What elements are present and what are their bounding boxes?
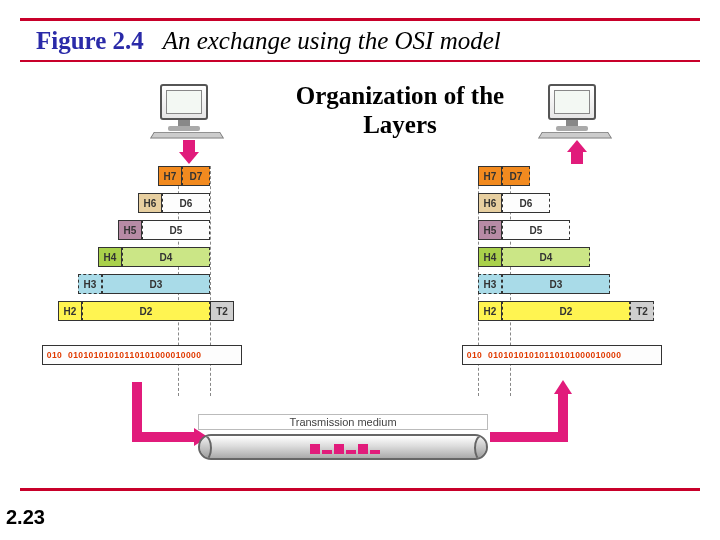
decapsulation-stack-right: H7 D7 H6 D6 H5 D5 H4 D4 H3 D3 H2 D2 T2 0… [430, 166, 710, 378]
page-number: 2.23 [6, 506, 45, 529]
layer2-row: H2 D2 T2 [430, 301, 710, 323]
rule-bottom [20, 488, 700, 491]
d4-cell: D4 [502, 247, 590, 267]
h6-cell: H6 [478, 193, 502, 213]
d6-cell: D6 [162, 193, 210, 213]
rule-top [20, 18, 700, 21]
h4-cell: H4 [478, 247, 502, 267]
h3-cell: H3 [78, 274, 102, 294]
h4-cell: H4 [98, 247, 122, 267]
layer5-row: H5 D5 [430, 220, 710, 242]
d6-cell: D6 [502, 193, 550, 213]
encapsulation-stack-left: H7 D7 H6 D6 H5 D5 H4 D4 H3 D3 H2 D2 T2 0… [50, 166, 330, 378]
d7-cell: D7 [502, 166, 530, 186]
figure-title: Figure 2.4 An exchange using the OSI mod… [36, 27, 501, 55]
transmission-medium-label: Transmission medium [198, 414, 488, 430]
arrow-down-icon [180, 140, 198, 164]
d4-cell: D4 [122, 247, 210, 267]
d2-cell: D2 [502, 301, 630, 321]
layer1-row: 010 01010101010110101000010000 [430, 345, 710, 373]
d5-cell: D5 [142, 220, 210, 240]
figure-caption: An exchange using the OSI model [163, 27, 501, 54]
d7-cell: D7 [182, 166, 210, 186]
figure-number: Figure 2.4 [36, 27, 144, 54]
computer-receiver-icon [540, 84, 610, 139]
h2-cell: H2 [58, 301, 82, 321]
t2-cell: T2 [210, 301, 234, 321]
arrow-path [490, 432, 568, 442]
d2-cell: D2 [82, 301, 210, 321]
bits-h-cell: 010 [462, 345, 486, 365]
layer6-row: H6 D6 [50, 193, 330, 215]
layer3-row: H3 D3 [50, 274, 330, 296]
layer3-row: H3 D3 [430, 274, 710, 296]
layer4-row: H4 D4 [50, 247, 330, 269]
layer7-row: H7 D7 [50, 166, 330, 188]
layer6-row: H6 D6 [430, 193, 710, 215]
t2-cell: T2 [630, 301, 654, 321]
bits-h-cell: 010 [42, 345, 66, 365]
h7-cell: H7 [158, 166, 182, 186]
bits-d-cell: 01010101010110101000010000 [66, 345, 242, 365]
d3-cell: D3 [102, 274, 210, 294]
layer4-row: H4 D4 [430, 247, 710, 269]
computer-sender-icon [152, 84, 222, 139]
h5-cell: H5 [478, 220, 502, 240]
arrow-up-icon [568, 140, 586, 164]
h6-cell: H6 [138, 193, 162, 213]
h3-cell: H3 [478, 274, 502, 294]
layer2-row: H2 D2 T2 [50, 301, 330, 323]
arrow-path [132, 432, 196, 442]
pipe-icon [198, 434, 488, 460]
layer1-row: 010 01010101010110101000010000 [50, 345, 330, 373]
osi-exchange-diagram: H7 D7 H6 D6 H5 D5 H4 D4 H3 D3 H2 D2 T2 0… [60, 80, 660, 480]
layer5-row: H5 D5 [50, 220, 330, 242]
rule-under-title [20, 60, 700, 62]
layer7-row: H7 D7 [430, 166, 710, 188]
bits-d-cell: 01010101010110101000010000 [486, 345, 662, 365]
h5-cell: H5 [118, 220, 142, 240]
d5-cell: D5 [502, 220, 570, 240]
d3-cell: D3 [502, 274, 610, 294]
arrow-path [558, 392, 568, 442]
h7-cell: H7 [478, 166, 502, 186]
arrow-up-icon [554, 380, 572, 394]
h2-cell: H2 [478, 301, 502, 321]
